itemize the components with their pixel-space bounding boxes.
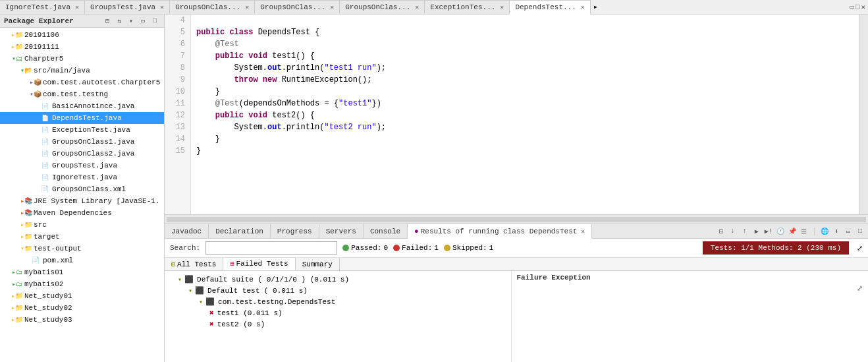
maximize-panel-button[interactable]: □ — [149, 16, 160, 26]
tab-console[interactable]: Console — [364, 224, 408, 238]
tree-item-groupsonclass1[interactable]: 📄 GroupsOnClass1.java — [0, 136, 164, 148]
close-results-tab[interactable]: ✕ — [581, 227, 585, 235]
tree-item-20191111[interactable]: ▸📁 20191111 — [0, 41, 164, 53]
tree-item-target[interactable]: ▸📁 target — [0, 231, 164, 243]
next-failure-button[interactable]: ↓ — [728, 226, 738, 237]
tree-item-dependstest[interactable]: 📄 DependsTest.java — [0, 112, 164, 124]
scroll-down-button[interactable]: ⬇ — [831, 226, 842, 237]
xml-file-icon: 📄 — [30, 255, 41, 266]
tree-item-basicannotince[interactable]: 📄 BasicAnnotince.java — [0, 100, 164, 112]
test-tab-all[interactable]: ⊞ All Tests — [165, 258, 223, 270]
tab-servers[interactable]: Servers — [319, 224, 364, 238]
minimize-panel-button[interactable]: ▭ — [138, 16, 148, 26]
collapse-output-button[interactable]: ⊟ — [716, 226, 726, 237]
tree-test2[interactable]: ✖ test2 (0 s) — [165, 318, 511, 330]
test-tab-summary[interactable]: Summary — [296, 258, 340, 270]
tree-label: src/main/java — [34, 67, 90, 75]
tab-ignoretest[interactable]: IgnoreTest.java ✕ — [0, 0, 85, 14]
tab-close-dependstest[interactable]: ✕ — [581, 3, 585, 11]
editor-horizontal-scrollbar[interactable] — [165, 214, 868, 224]
rerun-failed-button[interactable]: ▶! — [763, 226, 774, 237]
tab-close-groupsonclas2[interactable]: ✕ — [330, 3, 334, 11]
tree-item-mybatis01[interactable]: ▸🗂 mybatis01 — [0, 266, 164, 278]
tab-close-ignoretest[interactable]: ✕ — [75, 3, 79, 11]
code-content[interactable]: public class DependsTest { @Test public … — [191, 15, 859, 214]
tree-item-groupsonclass2[interactable]: 📄 GroupsOnClass2.java — [0, 148, 164, 160]
maximize-editor-button[interactable]: □ — [855, 3, 860, 11]
tree-item-20191106[interactable]: ▸📁 20191106 — [0, 29, 164, 41]
package-explorer-tree: ▸📁 20191106 ▸📁 20191111 ▾🗂 Charpter5 — [0, 28, 164, 362]
tab-dependstest[interactable]: DependsTest... ✕ — [510, 0, 590, 15]
tree-item-package-autotest[interactable]: ▸📦 com.test.autotest.Charpter5 — [0, 76, 164, 88]
tree-item-jre-library[interactable]: ▸📚 JRE System Library [JavaSE-1. — [0, 195, 164, 207]
tree-item-mybatis02[interactable]: ▸🗂 mybatis02 — [0, 278, 164, 290]
tab-declaration[interactable]: Declaration — [209, 224, 271, 238]
tree-item-exceptiontest[interactable]: 📄 ExceptionTest.java — [0, 124, 164, 136]
stat-skipped: Skipped: 1 — [444, 244, 493, 252]
test1-label: test1 (0.011 s) — [217, 309, 283, 317]
pin-button[interactable]: 📌 — [787, 226, 798, 237]
rerun-button[interactable]: ▶ — [751, 226, 762, 237]
tree-dependstest-class[interactable]: ▾ ⬛ com.test.testng.DependsTest — [165, 296, 511, 307]
tree-item-net-study03[interactable]: ▸📁 Net_study03 — [0, 314, 164, 326]
expand-results-button[interactable]: ⤢ — [857, 244, 863, 253]
tree-item-maven-dependencies[interactable]: ▸📚 Maven Dependencies — [0, 207, 164, 219]
tab-close-exceptiontest[interactable]: ✕ — [500, 3, 504, 11]
browser-button[interactable]: 🌐 — [819, 226, 830, 237]
test2-label: test2 (0 s) — [217, 320, 265, 328]
folder-icon: ▸📁 — [12, 315, 22, 325]
history-button[interactable]: 🕐 — [775, 226, 786, 237]
tab-groupstest[interactable]: GroupsTest.java ✕ — [85, 0, 170, 14]
tree-item-src-main-java[interactable]: ▾📂 src/main/java — [0, 65, 164, 76]
tab-close-groupstest[interactable]: ✕ — [160, 3, 164, 11]
tree-label: IgnoreTest.java — [52, 173, 117, 181]
tab-groupsonclas3[interactable]: GroupsOnClas... ✕ — [340, 0, 425, 14]
tree-item-net-study02[interactable]: ▸📁 Net_study02 — [0, 302, 164, 314]
all-tests-label: All Tests — [177, 260, 216, 268]
tab-close-groupsonclas1[interactable]: ✕ — [245, 3, 249, 11]
tree-item-ignoretest[interactable]: 📄 IgnoreTest.java — [0, 171, 164, 183]
tree-default-suite[interactable]: ▾ ⬛ Default suite ( 0/1/1/0 ) (0.011 s) — [165, 274, 511, 285]
expand-failure-button[interactable]: ⤢ — [857, 284, 863, 293]
tab-groupsonclas2[interactable]: GroupsOnClas... ✕ — [255, 0, 340, 14]
minimize-bottom-button[interactable]: ▭ — [843, 226, 854, 237]
java-file-icon: 📄 — [40, 125, 50, 135]
tree-test1[interactable]: ✖ test1 (0.011 s) — [165, 307, 511, 318]
tab-results[interactable]: ● Results of running class DependsTest ✕ — [408, 224, 592, 239]
view-menu-button[interactable]: ▾ — [126, 16, 136, 26]
project-icon: ▸🗂 — [12, 279, 22, 289]
folder-icon: ▾📁 — [21, 243, 32, 254]
search-input[interactable] — [205, 241, 337, 255]
link-editor-button[interactable]: ⇆ — [114, 16, 124, 26]
collapse-all-button[interactable]: ⊟ — [102, 16, 113, 26]
tree-item-pom-xml[interactable]: 📄 pom.xml — [0, 255, 164, 266]
tree-item-charpter5[interactable]: ▾🗂 Charpter5 — [0, 53, 164, 65]
project-icon: ▾🗂 — [12, 53, 22, 64]
maximize-bottom-button[interactable]: □ — [855, 226, 865, 237]
tree-default-test[interactable]: ▾ ⬛ Default test ( 0.011 s) — [165, 285, 511, 296]
test-tab-failed[interactable]: ⊞ Failed Tests — [223, 258, 295, 270]
bottom-tab-bar: Javadoc Declaration Progress Servers Con… — [165, 224, 868, 239]
tree-item-net-study01[interactable]: ▸📁 Net_study01 — [0, 290, 164, 302]
prev-failure-button[interactable]: ↑ — [740, 226, 750, 237]
close-editor-button[interactable]: ✕ — [861, 3, 865, 11]
tree-item-test-output[interactable]: ▾📁 test-output — [0, 243, 164, 255]
tab-overflow-button[interactable]: ▸ — [591, 0, 601, 14]
tree-item-package-testng[interactable]: ▾📦 com.test.testng — [0, 88, 164, 100]
tree-item-groupstest[interactable]: 📄 GroupsTest.java — [0, 160, 164, 171]
editor-vertical-scrollbar[interactable] — [859, 15, 868, 214]
passed-value: 0 — [383, 244, 388, 252]
suite-icon: ⬛ — [184, 275, 194, 284]
tab-label: GroupsOnClas... — [175, 3, 240, 11]
java-file-icon: 📄 — [40, 172, 50, 183]
tab-exceptiontest[interactable]: ExceptionTes... ✕ — [425, 0, 510, 14]
tab-progress[interactable]: Progress — [271, 224, 319, 238]
tree-item-src[interactable]: ▸📁 src — [0, 219, 164, 231]
tree-label: mybatis01 — [24, 268, 63, 276]
view-menu-bottom[interactable]: ☰ — [799, 226, 809, 237]
tab-javadoc[interactable]: Javadoc — [165, 224, 209, 238]
minimize-editor-button[interactable]: ▭ — [850, 3, 854, 11]
tree-item-groupsonclass-xml[interactable]: 📄 GroupsOnClass.xml — [0, 183, 164, 195]
tab-close-groupsonclas3[interactable]: ✕ — [415, 3, 419, 11]
tab-groupsonclas1[interactable]: GroupsOnClas... ✕ — [170, 0, 255, 14]
